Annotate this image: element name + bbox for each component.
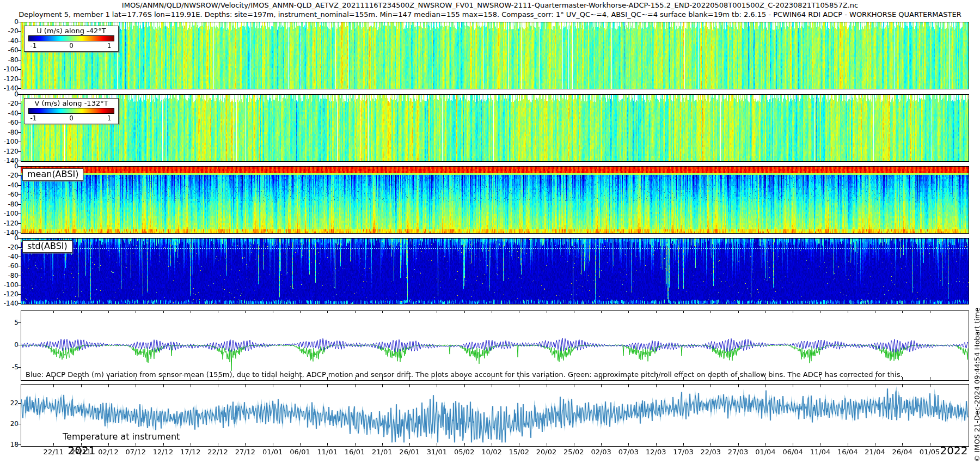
xtick-mark: [409, 377, 410, 380]
xtick-mark: [902, 385, 903, 387]
xtick-mark: [437, 311, 437, 313]
xtick-mark: [683, 377, 684, 380]
xtick-mark: [902, 443, 903, 446]
xtick-mark: [218, 311, 218, 313]
v-colorbar-gradient: [28, 108, 114, 114]
xtick-mark: [53, 311, 54, 313]
xtick-mark: [875, 311, 875, 313]
xtick-mark: [574, 385, 574, 387]
ytick-label-u: -20: [0, 27, 19, 35]
ytick-label-u: -40: [0, 37, 19, 45]
xtick-mark: [382, 311, 383, 313]
xtick-mark: [710, 385, 711, 387]
ytick-mark: [18, 204, 21, 205]
xtick-mark: [108, 377, 109, 380]
colorbar-tick-label: 0: [69, 114, 74, 122]
xtick-mark: [820, 443, 820, 446]
ytick-mark: [18, 31, 21, 32]
ytick-mark: [18, 285, 21, 285]
xtick-mark: [656, 377, 657, 380]
ytick-label-std: -80: [0, 272, 19, 279]
xtick-mark: [218, 377, 218, 380]
xtick-mark: [163, 443, 164, 446]
xtick-mark: [136, 311, 136, 313]
ytick-mark: [18, 50, 21, 51]
mean-absi-heatmap: [21, 167, 969, 233]
colorbar-tick-label: 1: [107, 42, 112, 50]
ytick-mark: [18, 322, 21, 323]
panel-v-velocity: [21, 94, 969, 162]
mean-absi-label: mean(ABSI): [22, 168, 83, 181]
xtick-mark: [218, 385, 218, 387]
ytick-mark: [18, 214, 21, 214]
xtick-mark: [355, 385, 356, 387]
colorbar-tick-label: 1: [107, 114, 112, 122]
panel-std-absi: [21, 238, 969, 304]
ytick-mark: [18, 266, 21, 266]
ytick-mark: [18, 69, 21, 70]
xtick-mark: [547, 385, 547, 387]
ytick-mark: [18, 194, 21, 195]
xtick-mark: [902, 311, 903, 313]
xtick-mark: [492, 443, 492, 446]
xtick-mark: [245, 443, 246, 446]
xtick-mark: [437, 377, 437, 380]
xtick-mark: [519, 443, 519, 446]
ytick-label-std: -140: [0, 300, 19, 307]
xtick-mark: [191, 385, 191, 387]
xtick-mark: [437, 443, 437, 446]
panel-depth-variation: Blue: ADCP Depth (m) variation from sens…: [21, 310, 969, 381]
xtick-mark: [902, 377, 903, 380]
xtick-mark: [656, 311, 657, 313]
xtick-mark: [409, 385, 410, 387]
ytick-label-u: -120: [0, 75, 19, 83]
ytick-label-mean: -60: [0, 191, 19, 198]
xtick-mark: [738, 311, 739, 313]
xtick-mark: [628, 385, 629, 387]
xtick-mark: [738, 385, 739, 387]
u-colorbar-gradient: [28, 35, 114, 41]
xtick-mark: [930, 385, 930, 387]
xtick-mark: [765, 377, 766, 380]
u-colorbar-ticks: -101: [28, 41, 114, 50]
panel-mean-absi: [21, 166, 969, 234]
colorbar-tick-label: 0: [69, 42, 74, 50]
ytick-label-u: -80: [0, 56, 19, 64]
ytick-mark: [18, 60, 21, 60]
ytick-mark: [18, 444, 21, 445]
ytick-label-std: -120: [0, 290, 19, 298]
xtick-mark: [409, 443, 410, 446]
ytick-label-depth: -5: [0, 363, 19, 371]
ytick-mark: [18, 113, 21, 114]
ytick-label-temp: 18: [0, 441, 19, 448]
xtick-mark: [683, 385, 684, 387]
xtick-mark: [355, 377, 356, 380]
figure-root: IMOS/ANMN/QLD/NWSROW/Velocity/IMOS_ANMN-…: [0, 0, 980, 463]
xtick-mark: [245, 385, 246, 387]
xtick-mark: [355, 443, 356, 446]
xtick-mark: [848, 385, 848, 387]
ytick-mark: [18, 175, 21, 176]
ytick-label-mean: 0: [0, 162, 19, 170]
xtick-mark: [628, 311, 629, 313]
v-colorbar-ticks: -101: [28, 114, 114, 122]
ytick-mark: [18, 22, 21, 22]
ytick-label-mean: -20: [0, 172, 19, 179]
ytick-label-v: 0: [0, 90, 19, 98]
xtick-mark: [738, 377, 739, 380]
ytick-label-v: -100: [0, 138, 19, 145]
ytick-label-depth: 5: [0, 319, 19, 326]
xtick-mark: [820, 311, 820, 313]
xtick-mark: [519, 311, 519, 313]
xtick-mark: [519, 385, 519, 387]
ytick-label-v: -40: [0, 109, 19, 117]
ytick-label-std: -40: [0, 253, 19, 260]
xtick-mark: [327, 311, 328, 313]
xtick-mark: [793, 443, 793, 446]
xtick-mark: [382, 443, 383, 446]
xtick-mark: [218, 443, 218, 446]
ytick-label-std: 0: [0, 234, 19, 242]
ytick-label-mean: -100: [0, 210, 19, 217]
xtick-mark: [793, 385, 793, 387]
ytick-label-u: 0: [0, 18, 19, 26]
